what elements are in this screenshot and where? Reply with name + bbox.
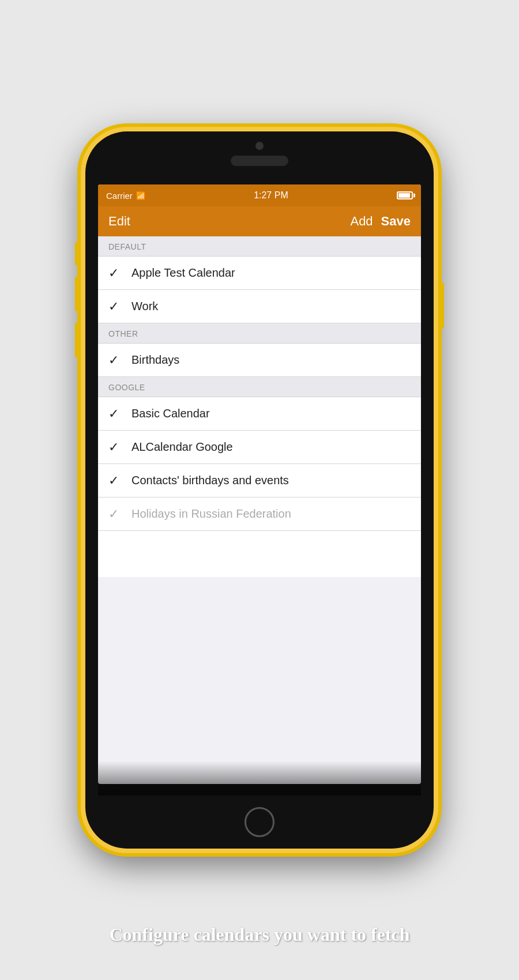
- list-item[interactable]: ✓ Holidays in Russian Federation: [98, 497, 421, 531]
- calendar-item-label: Work: [131, 300, 158, 313]
- phone-shell: Carrier 📶 1:27 PM Edit Add Save: [81, 127, 438, 853]
- calendar-list: DEFAULT ✓ Apple Test Calendar ✓ Work OTH…: [98, 236, 421, 577]
- status-bar: Carrier 📶 1:27 PM: [98, 184, 421, 206]
- save-button[interactable]: Save: [381, 214, 411, 229]
- calendar-item-label: ALCalendar Google: [131, 440, 233, 454]
- screen: Carrier 📶 1:27 PM Edit Add Save: [98, 184, 421, 784]
- time-label: 1:27 PM: [254, 190, 288, 201]
- power-button[interactable]: [439, 282, 444, 329]
- camera-icon: [255, 142, 264, 150]
- list-item[interactable]: ✓ Work: [98, 290, 421, 323]
- wifi-icon: 📶: [136, 191, 145, 200]
- scene: Carrier 📶 1:27 PM Edit Add Save: [0, 0, 519, 980]
- checkmark-icon: ✓: [108, 406, 122, 421]
- list-footer: [98, 531, 421, 577]
- checkmark-icon: ✓: [108, 440, 122, 455]
- mute-button[interactable]: [75, 242, 80, 265]
- carrier-label: Carrier: [106, 191, 133, 201]
- add-button[interactable]: Add: [350, 214, 373, 229]
- checkmark-icon: ✓: [108, 507, 122, 522]
- battery-icon: [397, 191, 413, 199]
- status-left: Carrier 📶: [106, 191, 145, 201]
- status-right: [397, 191, 413, 199]
- calendar-item-label: Holidays in Russian Federation: [131, 507, 291, 521]
- checkmark-icon: ✓: [108, 299, 122, 314]
- speaker-icon: [231, 156, 288, 166]
- nav-right-buttons: Add Save: [350, 214, 411, 229]
- calendar-item-label: Contacts' birthdays and events: [131, 474, 289, 487]
- list-item[interactable]: ✓ Contacts' birthdays and events: [98, 464, 421, 497]
- section-header-google: GOOGLE: [98, 377, 421, 397]
- calendar-item-label: Apple Test Calendar: [131, 266, 235, 280]
- caption-text: Configure calendars you want to fetch: [0, 924, 519, 945]
- home-button[interactable]: [245, 807, 274, 837]
- section-header-other: OTHER: [98, 323, 421, 344]
- calendar-item-label: Birthdays: [131, 353, 179, 367]
- volume-down-button[interactable]: [75, 323, 80, 357]
- checkmark-icon: ✓: [108, 473, 122, 488]
- list-item[interactable]: ✓ Birthdays: [98, 344, 421, 377]
- checkmark-icon: ✓: [108, 353, 122, 368]
- list-item[interactable]: ✓ ALCalendar Google: [98, 431, 421, 464]
- section-header-default: DEFAULT: [98, 236, 421, 257]
- checkmark-icon: ✓: [108, 266, 122, 281]
- battery-fill: [398, 193, 410, 198]
- list-item[interactable]: ✓ Basic Calendar: [98, 397, 421, 431]
- nav-bar: Edit Add Save: [98, 206, 421, 236]
- calendar-item-label: Basic Calendar: [131, 407, 210, 420]
- edit-button[interactable]: Edit: [108, 214, 130, 229]
- volume-up-button[interactable]: [75, 277, 80, 311]
- list-item[interactable]: ✓ Apple Test Calendar: [98, 257, 421, 290]
